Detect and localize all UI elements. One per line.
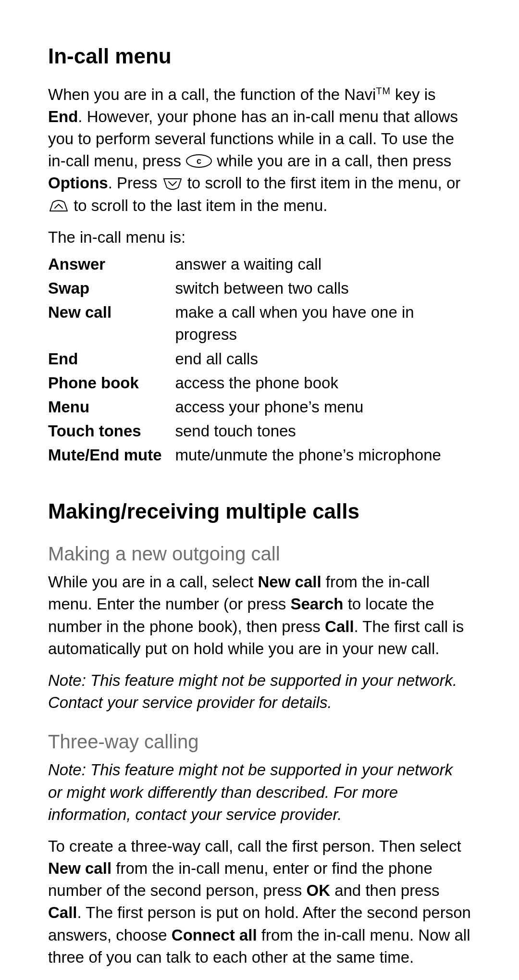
text: When you are in a call, the function of … (48, 86, 376, 103)
menu-desc: mute/unmute the phone’s microphone (175, 443, 471, 467)
text: . Press (108, 174, 162, 192)
menu-label: Swap (48, 276, 175, 300)
text: and then press (330, 881, 440, 899)
menu-desc: access your phone’s menu (175, 395, 471, 419)
bold-call: Call (325, 618, 354, 635)
in-call-menu-table: Answer answer a waiting call Swap switch… (48, 252, 471, 468)
document-page: In-call menu When you are in a call, the… (0, 0, 519, 980)
heading-in-call-menu: In-call menu (48, 41, 471, 71)
bold-search: Search (290, 595, 343, 613)
menu-desc: switch between two calls (175, 276, 471, 300)
bold-end: End (48, 108, 78, 125)
menu-desc: make a call when you have one in progres… (175, 300, 471, 347)
outgoing-paragraph: While you are in a call, select New call… (48, 571, 471, 660)
menu-desc: access the phone book (175, 371, 471, 395)
table-row: Answer answer a waiting call (48, 252, 471, 276)
table-row: Phone book access the phone book (48, 371, 471, 395)
svg-text:c: c (197, 156, 201, 166)
bold-ok: OK (306, 881, 330, 899)
table-row: Touch tones send touch tones (48, 419, 471, 443)
menu-label: Answer (48, 252, 175, 276)
menu-label: End (48, 347, 175, 371)
bold-new-call: New call (258, 573, 321, 591)
note-2: Note: This feature might not be supporte… (48, 759, 471, 826)
bold-connect-all: Connect all (172, 926, 257, 944)
table-row: Menu access your phone’s menu (48, 395, 471, 419)
menu-label: Phone book (48, 371, 175, 395)
text: to scroll to the first item in the menu,… (187, 174, 461, 192)
text: while you are in a call, then press (217, 152, 451, 170)
scroll-down-icon (162, 177, 183, 190)
note-1: Note: This feature might not be supporte… (48, 670, 471, 714)
table-row: Swap switch between two calls (48, 276, 471, 300)
menu-desc: answer a waiting call (175, 252, 471, 276)
table-row: New call make a call when you have one i… (48, 300, 471, 347)
subheading-three-way: Three-way calling (48, 728, 471, 755)
menu-label: Menu (48, 395, 175, 419)
scroll-up-icon (48, 199, 69, 213)
bold-options: Options (48, 174, 108, 192)
bold-new-call: New call (48, 859, 111, 877)
c-key-icon: c (185, 154, 212, 168)
menu-desc: send touch tones (175, 419, 471, 443)
trademark-symbol: TM (376, 86, 391, 96)
subheading-new-outgoing: Making a new outgoing call (48, 540, 471, 567)
three-way-paragraph: To create a three-way call, call the fir… (48, 835, 471, 968)
intro-paragraph: When you are in a call, the function of … (48, 84, 471, 217)
menu-label: New call (48, 300, 175, 347)
menu-desc: end all calls (175, 347, 471, 371)
text: While you are in a call, select (48, 573, 258, 591)
text: key is (391, 86, 436, 103)
menu-label: Touch tones (48, 419, 175, 443)
menu-label: Mute/End mute (48, 443, 175, 467)
text: To create a three-way call, call the fir… (48, 837, 461, 855)
bold-call: Call (48, 904, 77, 921)
menu-lead-text: The in-call menu is: (48, 226, 471, 248)
text: to scroll to the last item in the menu. (74, 197, 327, 214)
table-row: Mute/End mute mute/unmute the phone’s mi… (48, 443, 471, 467)
heading-multiple-calls: Making/receiving multiple calls (48, 496, 471, 526)
table-row: End end all calls (48, 347, 471, 371)
